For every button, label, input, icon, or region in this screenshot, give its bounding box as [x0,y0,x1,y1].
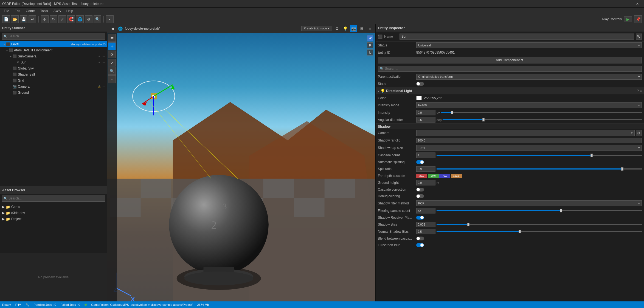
split-ratio-input[interactable] [416,166,435,172]
normal-shadow-bias-input[interactable] [416,229,435,234]
expand-level[interactable]: ▾ [2,43,6,46]
asset-search-bar[interactable]: 🔍 [2,195,105,202]
toolbar-save[interactable]: 💾 [20,15,27,23]
o3de-dev-expand[interactable]: ▶ [2,211,5,215]
expand-global-sky[interactable] [9,67,13,70]
expand-grid[interactable] [9,79,13,82]
expand-ground[interactable] [9,91,13,94]
sun-more[interactable]: ⋯ [102,60,106,64]
static-toggle[interactable] [416,82,424,86]
auto-splitting-toggle[interactable] [416,160,424,164]
tree-item-global-sky[interactable]: ⬛ Global Sky [0,65,107,71]
menu-help[interactable]: Help [64,8,76,14]
toolbar-scale[interactable]: ⤢ [58,15,66,23]
expand-sun[interactable] [13,61,16,64]
cascade-correction-toggle[interactable] [416,188,424,192]
viewport-light-btn[interactable]: 💡 [342,25,348,32]
toolbar-world[interactable]: 🌐 [76,15,84,23]
pin-button[interactable]: 📌 [634,15,642,23]
camera-more[interactable]: ⋯ [102,85,106,88]
menu-edit[interactable]: Edit [12,8,23,14]
menu-aws[interactable]: AWS [51,8,64,14]
menu-file[interactable]: File [1,8,12,14]
toolbar-settings[interactable]: ⚙ [85,15,92,23]
angular-diameter-slider[interactable] [443,119,642,120]
menu-game[interactable]: Game [23,8,38,14]
dir-light-help-icon[interactable]: ? [637,89,639,93]
expand-sun-camera[interactable]: ▾ [9,55,13,58]
debug-coloring-toggle[interactable] [416,194,424,198]
tree-item-sun-camera[interactable]: ▾ ⬛ Sun-Camera +⋯ [0,53,107,59]
toolbar-search[interactable]: 🔍 [94,15,101,23]
asset-search-input[interactable] [9,196,103,200]
intensity-input[interactable] [416,110,435,115]
tool-zoom-btn[interactable]: 🔍 [108,67,116,75]
tree-item-ground[interactable]: ⬛ Ground [0,90,107,96]
toolbar-extra[interactable]: • [106,15,114,23]
directional-light-section[interactable]: ▾ 💡 Directional Light ? ≡ [376,87,644,95]
ground-height-input[interactable] [416,180,435,185]
tool-misc-btn[interactable]: • [108,75,116,83]
viewport-display-btn[interactable]: 🖥 [358,25,365,32]
status-dropdown[interactable]: Universal ▾ [416,42,642,48]
angular-diameter-input[interactable] [416,117,435,123]
camera-settings-btn[interactable]: ⚙ [636,130,642,136]
toolbar-transform[interactable]: ✛ [41,15,49,23]
dir-light-expand-icon[interactable]: ▾ [378,90,379,93]
shadow-far-clip-input[interactable] [416,138,642,143]
shadow-filter-dropdown[interactable]: PCF ▾ [416,200,642,206]
intensity-slider[interactable] [441,112,642,113]
expand-atom[interactable]: ▾ [5,49,9,52]
gems-expand[interactable]: ▶ [2,205,5,209]
shadow-bias-slider[interactable] [437,224,642,225]
maximize-button[interactable]: □ [624,1,632,7]
view-mode-w[interactable]: W [367,35,373,41]
shadow-bias-input[interactable] [416,222,435,227]
shadow-receiver-toggle[interactable] [416,216,424,220]
asset-item-o3de-dev[interactable]: ▶ 📁 o3de-dev [0,210,107,216]
asset-item-gems[interactable]: ▶ 📁 Gems [0,204,107,210]
viewport-back-button[interactable]: ◀ [109,25,116,32]
tool-transform-btn[interactable]: ⇄ [108,34,116,42]
toolbar-undo[interactable]: ↩ [29,15,36,23]
sun-camera-add[interactable]: + [97,54,101,58]
entity-name-confirm-btn[interactable]: W [636,34,642,40]
toolbar-open[interactable]: 📂 [11,15,19,23]
close-button[interactable]: ✕ [633,1,642,7]
tree-item-sun[interactable]: ☀ Sun +⋯ [0,59,107,65]
toolbar-new[interactable]: 📄 [2,15,10,23]
sun-add[interactable]: + [97,60,101,64]
tree-item-level[interactable]: ▾ ⬛ Level (fooey-delete-me.prefab*) [0,41,107,47]
viewport-menu-btn[interactable]: ≡ [367,25,373,32]
toolbar-snap[interactable]: 🧲 [67,15,75,23]
tree-item-grid[interactable]: ⬛ Grid [0,77,107,84]
view-mode-l[interactable]: L [367,49,373,56]
toolbar-rotate[interactable]: ⟳ [50,15,57,23]
camera-dropdown[interactable]: ▾ [416,130,635,136]
intensity-mode-dropdown[interactable]: Ev100 ▾ [416,102,642,108]
tree-item-camera[interactable]: 📷 Camera 🔒⋯ [0,84,107,90]
normal-shadow-bias-slider[interactable] [437,231,642,232]
play-button[interactable]: ▶ [624,16,632,22]
split-ratio-slider[interactable] [437,168,642,170]
tool-rotate-btn[interactable]: ⟳ [108,51,116,58]
inspector-search-bar[interactable]: 🔍 [378,66,642,72]
menu-tools[interactable]: Tools [38,8,51,14]
tree-item-atom-default[interactable]: ▾ ⬛ Atom Default Environment [0,47,107,53]
sun-camera-more[interactable]: ⋯ [102,54,106,58]
cascade-count-slider[interactable] [437,155,642,156]
entity-name-input[interactable] [400,34,634,40]
color-swatch[interactable] [416,96,422,100]
viewport-settings-btn[interactable]: ⚙ [334,25,340,32]
prefab-mode-dropdown[interactable]: Prefab Edit mode ▾ [301,26,332,31]
blend-cascades-toggle[interactable] [416,237,424,240]
add-component-button[interactable]: Add Component ▼ [378,57,642,63]
tool-select-btn[interactable]: ✛ [108,42,116,50]
viewport-camera-btn[interactable]: 📷 [350,25,357,32]
project-expand[interactable]: ▶ [2,217,5,221]
filtering-sample-slider[interactable] [437,210,642,211]
tree-item-shader-ball[interactable]: ⬛ Shader Ball [0,71,107,77]
dir-light-menu-icon[interactable]: ≡ [640,89,642,93]
inspector-search-input[interactable] [385,67,640,71]
expand-camera[interactable] [9,85,13,88]
